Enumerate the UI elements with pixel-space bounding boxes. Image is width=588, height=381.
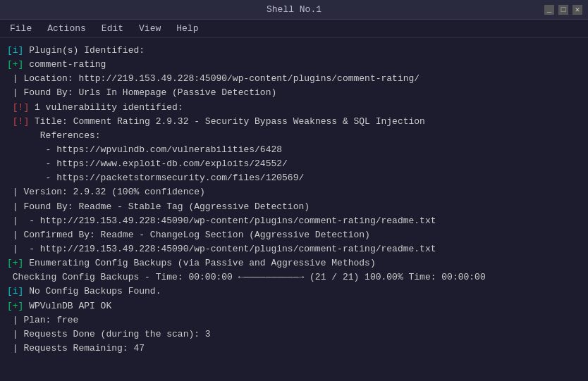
terminal-line: | - http://219.153.49.228:45090/wp-conte… [7,242,581,256]
terminal-line: Checking Config Backups - Time: 00:00:00… [7,270,581,285]
menu-edit[interactable]: Edit [94,21,130,36]
terminal-line: References: [7,129,581,143]
terminal-line: | Found By: Readme - Stable Tag (Aggress… [7,200,581,214]
window-controls: _ □ ✕ [544,5,582,15]
window-title: Shell No.1 [267,4,321,15]
minimize-button[interactable]: _ [544,5,554,15]
terminal-line: [!] Title: Comment Rating 2.9.32 - Secur… [7,115,581,129]
menu-file[interactable]: File [3,21,39,36]
terminal-line: [+] comment-rating [7,58,581,72]
menu-actions[interactable]: Actions [40,21,93,36]
terminal-line: [+] WPVulnDB API OK [7,299,581,313]
menu-bar: File Actions Edit View Help [0,20,588,38]
terminal-line: | Version: 2.9.32 (100% confidence) [7,185,581,199]
terminal-line: | Requests Done (during the scan): 3 [7,327,581,342]
terminal-line: | Found By: Urls In Homepage (Passive De… [7,86,581,100]
terminal-line: | Location: http://219.153.49.228:45090/… [7,72,581,86]
terminal-line: - https://packetstormsecurity.com/files/… [7,171,581,185]
title-bar: Shell No.1 _ □ ✕ [0,0,588,20]
menu-view[interactable]: View [132,21,168,36]
terminal-line: | Requests Remaining: 47 [7,342,581,356]
terminal-line: - https://www.exploit-db.com/exploits/24… [7,157,581,171]
terminal-line: | Plan: free [7,313,581,327]
terminal-line: [+] Enumerating Config Backups (via Pass… [7,256,581,270]
terminal-window: Shell No.1 _ □ ✕ File Actions Edit View … [0,0,588,381]
terminal-line: - https://wpvulndb.com/vulnerabilities/6… [7,143,581,157]
terminal-line: [!] 1 vulnerability identified: [7,101,581,115]
terminal-line: | Confirmed By: Readme - ChangeLog Secti… [7,228,581,242]
close-button[interactable]: ✕ [572,5,582,15]
terminal-output[interactable]: [i] Plugin(s) Identified:[+] comment-rat… [0,38,588,381]
menu-help[interactable]: Help [169,21,205,36]
maximize-button[interactable]: □ [558,5,568,15]
terminal-line: | - http://219.153.49.228:45090/wp-conte… [7,214,581,228]
terminal-line: [i] No Config Backups Found. [7,285,581,299]
terminal-line: [i] Plugin(s) Identified: [7,44,581,58]
